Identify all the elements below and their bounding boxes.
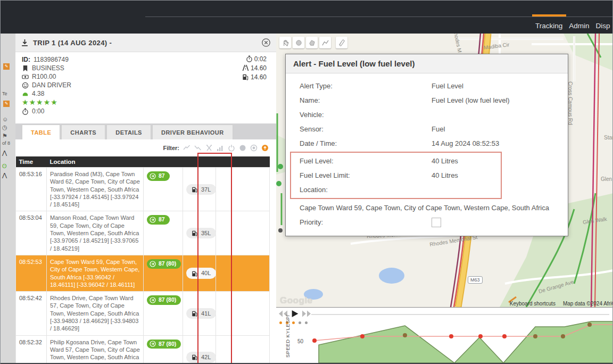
alert-priority-row: Priority: <box>293 215 560 229</box>
trip-tabs: TABLE CHARTS DETAILS DRIVER BEHAVIOUR <box>15 123 276 139</box>
street-label: Glen D <box>601 176 613 182</box>
col-extra <box>216 156 270 168</box>
trip-title: TRIP 1 (14 AUG 2024) - <box>33 39 112 47</box>
pan-hand-icon[interactable] <box>279 37 291 48</box>
clock-icon: ◷ <box>2 124 7 131</box>
alert-highlighted-fields: Fuel Level:40 Litres Fuel Level Limit:40… <box>290 152 502 199</box>
cell-location: Cape Town Ward 59, Cape Town, City of Ca… <box>47 255 144 291</box>
arrow-circle-icon <box>150 173 156 179</box>
download-icon[interactable] <box>21 39 29 47</box>
table-row[interactable]: 08:52:42 Rhodes Drive, Cape Town Ward 57… <box>16 292 270 335</box>
google-logo: Google <box>280 295 313 306</box>
tab-details[interactable]: DETAILS <box>106 125 151 139</box>
background-panel-strip: ✎ ✎ Te ☺ ◷ ⚑ of 8 ⋀ ʘ ⋀ <box>1 34 16 364</box>
navbar-divider <box>145 16 613 17</box>
circle-filled-icon[interactable] <box>239 144 246 152</box>
map-toolbar <box>279 37 347 48</box>
draw-circle-icon[interactable] <box>293 37 304 48</box>
trip-log-table: Time Location 08:53:16 Paradise Road (M3… <box>15 156 270 364</box>
fast-forward-icon[interactable] <box>302 310 311 318</box>
tab-charts[interactable]: CHARTS <box>61 125 105 139</box>
trip-idle-time: 0:00 <box>32 107 44 115</box>
trend-up-icon[interactable] <box>183 144 190 152</box>
trip-category-row: BUSINESS <box>22 64 270 72</box>
speed-badge: 87 (80) <box>147 340 181 349</box>
trip-details: ID: 1183986749 BUSINESS R100.00 DAN DRIV… <box>15 52 276 123</box>
stopwatch-icon <box>246 55 253 62</box>
trip-distance-row: 14.60 <box>242 63 267 72</box>
trend-down-icon[interactable] <box>194 144 202 152</box>
ruler-icon[interactable] <box>336 37 347 48</box>
alert-popup-body: Alert Type:Fuel Level Name:Fuel Level (l… <box>286 73 568 236</box>
tab-table[interactable]: TABLE <box>22 125 60 139</box>
filter-label: Filter: <box>163 145 179 151</box>
table-header-row: Time Location <box>16 156 270 168</box>
trip-cost: R100.00 <box>32 73 56 80</box>
alert-popup: Alert - Fuel Level (low fuel level) Aler… <box>285 54 568 236</box>
trip-duration-row: 0:02 <box>242 54 267 63</box>
tab-driver-behaviour[interactable]: DRIVER BEHAVIOUR <box>152 125 233 139</box>
cell-extra <box>216 335 270 364</box>
speed-dot[interactable] <box>299 321 301 324</box>
edit-icon[interactable]: ✎ <box>3 101 10 107</box>
draw-polyline-icon[interactable] <box>319 37 331 48</box>
cell-time: 08:52:53 <box>16 255 47 291</box>
keyboard-shortcuts-link[interactable]: Keyboard shortcuts <box>510 301 556 307</box>
cell-location: Paradise Road (M3), Cape Town Ward 62, C… <box>47 168 144 211</box>
road-icon: ⋀ <box>2 150 7 156</box>
cell-speed: 87 (80) <box>144 335 183 364</box>
speed-dot[interactable] <box>292 321 295 324</box>
street-label: Stan <box>604 135 613 140</box>
power-icon[interactable] <box>228 144 235 152</box>
speed-badge: 87 <box>147 171 170 181</box>
speed-chart <box>276 308 613 364</box>
trip-fuel-row: 14.60 <box>242 72 267 81</box>
map-attribution: Keyboard shortcuts Map data ©2024 AfriGI… <box>510 301 613 307</box>
strip-fragment: of 8 <box>2 140 10 146</box>
cell-time: 08:53:04 <box>16 211 47 255</box>
signal-icon[interactable] <box>217 144 224 152</box>
bookmark-icon <box>22 65 29 72</box>
playback-slider[interactable] <box>311 314 609 315</box>
alert-field-row: Date / Time:14 Aug 2024 08:52:53 <box>293 136 560 151</box>
nav-tracking[interactable]: Tracking <box>535 22 562 30</box>
speed-chart-panel: SPEED KYLESP/ 50 <box>276 307 613 364</box>
draw-polygon-icon[interactable] <box>306 37 318 48</box>
trip-idle-row: 0:00 <box>22 107 270 115</box>
record-icon[interactable] <box>250 144 258 152</box>
cell-fuel: 35L <box>183 211 216 255</box>
speed-dot[interactable] <box>305 321 308 324</box>
col-fuel <box>183 156 216 168</box>
fuel-pump-icon <box>192 354 198 360</box>
play-icon[interactable] <box>290 310 300 318</box>
fuel-pump-icon <box>242 73 249 80</box>
table-row[interactable]: 08:53:16 Paradise Road (M3), Cape Town W… <box>16 168 270 211</box>
chart-y-axis-label: SPEED KYLESP/ <box>285 312 291 360</box>
fuel-pump-icon <box>192 186 198 193</box>
speed-badge: 87 (80) <box>147 259 181 269</box>
close-icon[interactable] <box>261 38 271 47</box>
cell-fuel: 41L <box>183 292 216 335</box>
cell-time: 08:52:42 <box>16 292 47 335</box>
nav-dispatch[interactable]: Disp <box>596 22 610 30</box>
table-row[interactable]: 08:52:32 Philip Kgosana Drive, Cape Town… <box>16 335 270 364</box>
priority-label: Priority: <box>300 218 432 226</box>
priority-checkbox[interactable] <box>432 218 441 227</box>
trip-id-label: ID: <box>22 56 30 63</box>
junction-icon[interactable] <box>205 144 213 152</box>
table-row[interactable]: 08:53:04 Manson Road, Cape Town Ward 59,… <box>16 211 270 255</box>
trip-id-row: ID: 1183986749 <box>22 55 270 64</box>
up-circle-icon[interactable] <box>261 144 269 152</box>
nav-admin[interactable]: Admin <box>569 22 589 30</box>
active-tab-indicator <box>532 14 566 16</box>
road-icon: ⋀ <box>2 172 7 179</box>
speed-dot[interactable] <box>279 321 282 324</box>
filter-row: Filter: <box>15 139 276 156</box>
app-window: Tracking Admin Disp ✎ ✎ Te ☺ ◷ ⚑ of 8 ⋀ … <box>0 0 613 364</box>
edit-icon[interactable]: ✎ <box>3 63 10 70</box>
trip-rating-stars: ★★★★★ <box>22 98 270 107</box>
trip-driver-row: DAN DRIVER <box>22 81 270 89</box>
strip-fragment: Te <box>2 91 7 96</box>
table-row-selected[interactable]: 08:52:53 Cape Town Ward 59, Cape Town, C… <box>16 255 270 291</box>
fuel-chip: 41L <box>186 308 216 319</box>
